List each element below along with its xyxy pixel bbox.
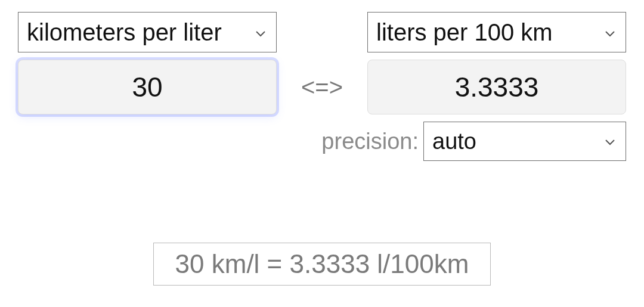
- right-value-wrap: 3.3333: [367, 60, 626, 114]
- right-unit-select[interactable]: liters per 100 km: [367, 12, 626, 52]
- precision-select[interactable]: auto: [423, 122, 626, 161]
- values-row: 30 <=> 3.3333: [18, 60, 626, 114]
- left-unit-label: kilometers per liter: [27, 19, 250, 46]
- left-value-input[interactable]: 30: [18, 60, 277, 114]
- left-value-wrap: 30: [18, 60, 277, 114]
- chevron-down-icon: [603, 129, 617, 154]
- chevron-down-icon: [603, 19, 617, 46]
- precision-value: auto: [432, 129, 476, 154]
- right-value-text: 3.3333: [455, 71, 539, 103]
- left-unit-select[interactable]: kilometers per liter: [18, 12, 277, 52]
- result-text: 30 km/l = 3.3333 l/100km: [175, 249, 469, 278]
- left-value-text: 30: [132, 71, 162, 103]
- right-value-input[interactable]: 3.3333: [367, 60, 626, 114]
- result-display: 30 km/l = 3.3333 l/100km: [153, 243, 491, 286]
- result-wrap: 30 km/l = 3.3333 l/100km: [0, 243, 644, 286]
- precision-label: precision:: [321, 129, 419, 154]
- conversion-arrow: <=>: [287, 74, 357, 101]
- chevron-down-icon: [253, 19, 268, 46]
- left-unit-wrap: kilometers per liter: [18, 12, 277, 52]
- precision-row: precision: auto: [18, 122, 626, 161]
- right-unit-label: liters per 100 km: [376, 19, 599, 46]
- right-unit-wrap: liters per 100 km: [367, 12, 626, 52]
- unit-selectors-row: kilometers per liter liters per 100 km: [18, 12, 626, 52]
